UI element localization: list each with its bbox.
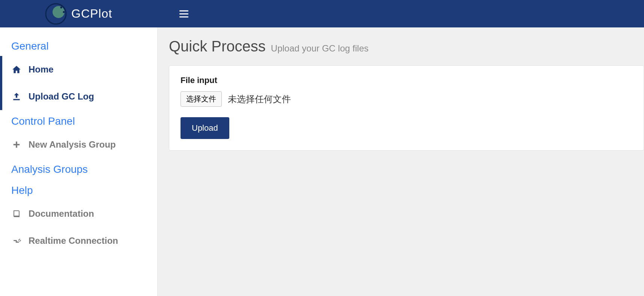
sidebar-item-label: Realtime Connection [29, 236, 118, 246]
plus-icon [11, 140, 22, 149]
sidebar-item-label: New Analysis Group [29, 139, 116, 150]
brand[interactable]: GCPlot [45, 3, 112, 25]
page-header: Quick Process Upload your GC log files [169, 38, 644, 55]
page-title: Quick Process [169, 38, 266, 55]
sidebar-section-control-panel: Control Panel [0, 110, 157, 131]
sidebar-section-help: Help [0, 179, 157, 200]
plug-icon [11, 236, 22, 245]
home-icon [11, 65, 22, 74]
svg-rect-6 [14, 144, 20, 145]
file-status-text: 未选择任何文件 [228, 93, 291, 105]
brand-name: GCPlot [71, 7, 112, 21]
menu-toggle-icon[interactable] [179, 10, 188, 17]
sidebar-item-realtime-connection[interactable]: Realtime Connection [0, 227, 157, 254]
svg-rect-8 [19, 240, 21, 242]
svg-rect-7 [18, 239, 20, 241]
sidebar-item-upload-gc-log[interactable]: Upload GC Log [0, 83, 157, 110]
svg-rect-4 [13, 99, 20, 100]
upload-button[interactable]: Upload [181, 117, 229, 139]
svg-point-2 [60, 6, 62, 8]
main-content: Quick Process Upload your GC log files F… [158, 27, 644, 296]
sidebar-section-analysis-groups: Analysis Groups [0, 158, 157, 179]
upload-card: File input 选择文件 未选择任何文件 Upload [169, 65, 644, 151]
brand-logo-icon [45, 3, 67, 25]
sidebar-item-home[interactable]: Home [0, 56, 157, 83]
upload-icon [11, 92, 22, 101]
app-header: GCPlot [0, 0, 644, 27]
page-subtitle: Upload your GC log files [271, 43, 369, 54]
sidebar: General Home Upload GC Log Control Panel… [0, 27, 158, 296]
sidebar-item-documentation[interactable]: Documentation [0, 200, 157, 227]
sidebar-item-new-analysis-group[interactable]: New Analysis Group [0, 131, 157, 158]
book-icon [11, 209, 22, 218]
sidebar-item-label: Documentation [29, 208, 94, 219]
svg-point-1 [53, 6, 65, 18]
choose-file-button[interactable]: 选择文件 [181, 91, 222, 107]
svg-point-3 [63, 11, 65, 13]
sidebar-item-label: Upload GC Log [29, 91, 94, 102]
file-input-label: File input [181, 76, 632, 85]
sidebar-item-label: Home [29, 64, 54, 75]
sidebar-section-general: General [0, 35, 157, 56]
